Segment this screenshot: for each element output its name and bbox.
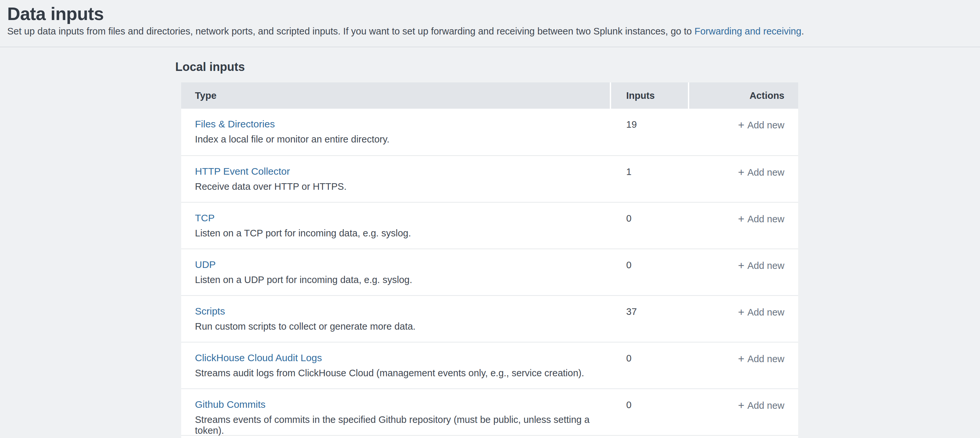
type-cell: UDP Listen on a UDP port for incoming da… <box>181 249 611 295</box>
local-inputs-table: Type Inputs Actions Files & Directories … <box>181 83 798 438</box>
input-type-description: Run custom scripts to collect or generat… <box>195 321 605 332</box>
table-row: Files & Directories Index a local file o… <box>181 109 798 155</box>
column-header-inputs: Inputs <box>611 83 688 109</box>
actions-cell: +Add new <box>688 109 798 155</box>
add-new-link[interactable]: +Add new <box>738 400 784 411</box>
inputs-count: 0 <box>611 389 688 435</box>
plus-icon: + <box>738 399 745 411</box>
subtitle-period: . <box>802 26 804 37</box>
add-new-label: Add new <box>747 260 784 271</box>
input-type-link[interactable]: UDP <box>195 259 216 270</box>
inputs-count: 37 <box>611 296 688 342</box>
inputs-count: 0 <box>611 342 688 389</box>
local-inputs-heading: Local inputs <box>175 60 980 74</box>
input-type-link[interactable]: ClickHouse Cloud Audit Logs <box>195 352 322 363</box>
inputs-count: 0 <box>611 202 688 248</box>
actions-cell: +Add new <box>688 249 798 295</box>
plus-icon: + <box>738 166 745 178</box>
actions-cell: +Add new <box>688 296 798 342</box>
actions-cell: +Add new <box>688 389 798 435</box>
input-type-link[interactable]: TCP <box>195 212 215 224</box>
plus-icon: + <box>738 306 745 318</box>
table-header-row: Type Inputs Actions <box>181 83 798 109</box>
input-type-description: Index a local file or monitor an entire … <box>195 134 605 145</box>
table-row: ClickHouse Cloud Audit Logs Streams audi… <box>181 342 798 389</box>
input-type-description: Listen on a TCP port for incoming data, … <box>195 228 605 239</box>
add-new-label: Add new <box>747 167 784 178</box>
actions-cell: +Add new <box>688 156 798 202</box>
table-row: Scripts Run custom scripts to collect or… <box>181 295 798 342</box>
input-type-link[interactable]: Github Commits <box>195 399 266 410</box>
actions-cell: +Add new <box>688 202 798 248</box>
add-new-link[interactable]: +Add new <box>738 167 784 178</box>
plus-icon: + <box>738 213 745 225</box>
input-type-link[interactable]: Scripts <box>195 306 225 317</box>
add-new-link[interactable]: +Add new <box>738 120 784 131</box>
add-new-label: Add new <box>747 214 784 224</box>
input-type-link[interactable]: Files & Directories <box>195 118 275 130</box>
add-new-label: Add new <box>747 120 784 131</box>
add-new-label: Add new <box>747 400 784 411</box>
type-cell: Github Commits Streams events of commits… <box>181 389 611 435</box>
actions-cell: +Add new <box>688 342 798 389</box>
page-title: Data inputs <box>7 4 980 24</box>
inputs-count: 0 <box>611 249 688 295</box>
table-row: UDP Listen on a UDP port for incoming da… <box>181 248 798 295</box>
table-row: Github Commits Streams events of commits… <box>181 389 798 435</box>
table-row: HTTP Event Collector Receive data over H… <box>181 155 798 202</box>
type-cell: TCP Listen on a TCP port for incoming da… <box>181 202 611 248</box>
type-cell: HTTP Event Collector Receive data over H… <box>181 156 611 202</box>
page-subtitle: Set up data inputs from files and direct… <box>7 26 980 37</box>
input-type-description: Streams audit logs from ClickHouse Cloud… <box>195 368 605 379</box>
add-new-label: Add new <box>747 354 784 364</box>
add-new-label: Add new <box>747 307 784 317</box>
add-new-link[interactable]: +Add new <box>738 260 784 271</box>
input-type-link[interactable]: HTTP Event Collector <box>195 166 290 177</box>
add-new-link[interactable]: +Add new <box>738 307 784 317</box>
input-type-description: Streams events of commits in the specifi… <box>195 414 605 436</box>
plus-icon: + <box>738 353 745 365</box>
column-header-actions: Actions <box>689 83 798 109</box>
input-type-description: Receive data over HTTP or HTTPS. <box>195 181 605 192</box>
type-cell: Files & Directories Index a local file o… <box>181 109 611 155</box>
column-header-type: Type <box>181 83 610 109</box>
table-row: TCP Listen on a TCP port for incoming da… <box>181 202 798 248</box>
inputs-count: 19 <box>611 109 688 155</box>
forwarding-and-receiving-link[interactable]: Forwarding and receiving <box>694 26 802 37</box>
input-type-description: Listen on a UDP port for incoming data, … <box>195 274 605 285</box>
add-new-link[interactable]: +Add new <box>738 354 784 364</box>
type-cell: ClickHouse Cloud Audit Logs Streams audi… <box>181 342 611 389</box>
type-cell: Scripts Run custom scripts to collect or… <box>181 296 611 342</box>
page-header: Data inputs Set up data inputs from file… <box>0 0 980 47</box>
inputs-count: 1 <box>611 156 688 202</box>
subtitle-text: Set up data inputs from files and direct… <box>7 26 694 37</box>
plus-icon: + <box>738 260 745 272</box>
add-new-link[interactable]: +Add new <box>738 214 784 224</box>
plus-icon: + <box>738 119 745 131</box>
